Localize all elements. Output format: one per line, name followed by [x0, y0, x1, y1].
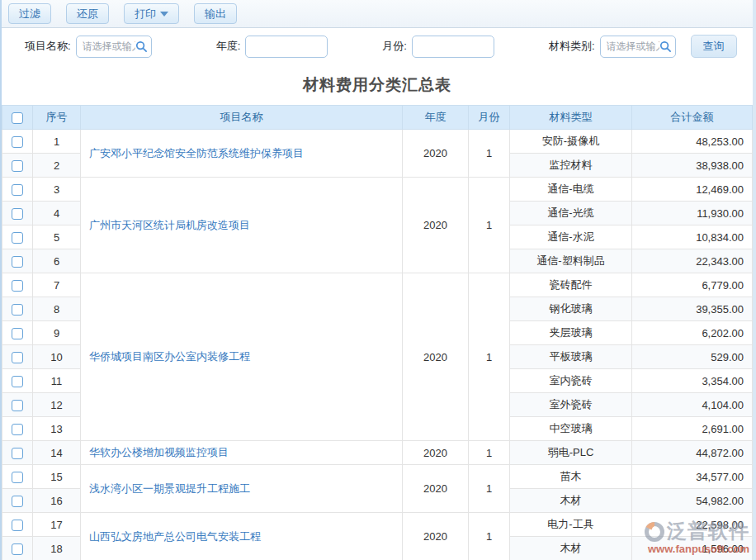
total-amount-cell: 22,598.00 — [632, 513, 753, 537]
row-number-cell: 11 — [33, 369, 81, 393]
row-checkbox-cell — [2, 369, 33, 393]
total-amount-cell: 6,202.00 — [632, 321, 753, 345]
material-type-cell: 通信-光缆 — [510, 202, 632, 225]
select-all-cell — [2, 106, 33, 130]
row-checkbox-cell — [2, 225, 33, 249]
total-amount-cell: 34,577.00 — [632, 465, 753, 489]
material-type-cell: 通信-塑料制品 — [510, 249, 632, 273]
row-number-cell: 17 — [33, 513, 81, 537]
row-checkbox[interactable] — [12, 136, 23, 148]
table-row: 15浅水湾小区一期景观提升工程施工20201苗木34,577.00 — [2, 465, 753, 489]
row-checkbox[interactable] — [12, 376, 23, 387]
row-checkbox-cell — [2, 297, 33, 321]
filter-button-label: 过滤 — [19, 7, 40, 21]
material-category-input[interactable] — [607, 40, 659, 52]
row-checkbox-cell — [2, 202, 33, 225]
app-window: 过滤 还原 打印 输出 项目名称: 年度: 月份: 材料类别: 查询 — [0, 0, 756, 560]
total-amount-cell: 38,938.00 — [632, 154, 753, 178]
caret-down-icon — [160, 12, 168, 17]
material-type-cell: 钢化玻璃 — [510, 297, 632, 321]
total-amount-cell: 22,343.00 — [632, 249, 753, 273]
material-type-cell: 弱电-PLC — [510, 441, 632, 465]
table-row: 14华软办公楼增加视频监控项目20201弱电-PLC44,872.00 — [2, 441, 753, 465]
project-name-link[interactable]: 广安邓小平纪念馆安全防范系统维护保养项目 — [81, 130, 403, 178]
project-name-link[interactable]: 华软办公楼增加视频监控项目 — [81, 441, 403, 465]
row-checkbox[interactable] — [12, 208, 23, 220]
material-type-cell: 瓷砖配件 — [510, 273, 632, 297]
row-checkbox[interactable] — [12, 496, 23, 507]
row-checkbox[interactable] — [12, 448, 23, 459]
column-header-4: 材料类型 — [510, 106, 632, 130]
row-checkbox[interactable] — [12, 232, 23, 244]
material-type-cell: 室外瓷砖 — [510, 393, 632, 417]
table-head: 序号项目名称年度月份材料类型合计金额 — [2, 106, 753, 130]
row-checkbox[interactable] — [12, 543, 23, 555]
export-button-label: 输出 — [205, 7, 226, 21]
row-checkbox-cell — [2, 273, 33, 297]
project-name-link[interactable]: 广州市天河区统计局机房改造项目 — [81, 178, 403, 273]
month-input[interactable] — [412, 36, 494, 58]
project-name-link[interactable]: 浅水湾小区一期景观提升工程施工 — [81, 465, 403, 513]
month-label: 月份: — [382, 39, 407, 54]
export-button[interactable]: 输出 — [194, 3, 237, 24]
project-name-link[interactable]: 华侨城项目南区办公室内装修工程 — [81, 273, 403, 441]
row-number-cell: 7 — [33, 273, 81, 297]
row-checkbox[interactable] — [12, 520, 23, 531]
filter-bar: 项目名称: 年度: 月份: 材料类别: 查询 — [2, 28, 753, 64]
filter-button[interactable]: 过滤 — [8, 3, 51, 24]
total-amount-cell: 1,596.00 — [632, 537, 753, 560]
page-title: 材料费用分类汇总表 — [2, 64, 753, 105]
row-number-cell: 8 — [33, 297, 81, 321]
row-checkbox[interactable] — [12, 256, 23, 268]
year-label: 年度: — [216, 39, 241, 54]
row-checkbox-cell — [2, 130, 33, 154]
row-checkbox[interactable] — [12, 472, 23, 483]
row-number-cell: 10 — [33, 345, 81, 369]
row-checkbox-cell — [2, 537, 33, 560]
year-cell: 2020 — [403, 465, 469, 513]
row-checkbox-cell — [2, 465, 33, 489]
project-name-label: 项目名称: — [25, 39, 71, 54]
project-name-link[interactable]: 山西弘文房地产总公司电气安装工程 — [81, 513, 403, 560]
row-checkbox[interactable] — [12, 304, 23, 316]
year-cell: 2020 — [403, 273, 469, 441]
restore-button[interactable]: 还原 — [66, 3, 109, 24]
column-header-3: 月份 — [469, 106, 510, 130]
row-checkbox[interactable] — [12, 400, 23, 411]
row-checkbox-cell — [2, 249, 33, 273]
material-type-cell: 木材 — [510, 489, 632, 513]
column-header-5: 合计金额 — [632, 106, 753, 130]
query-button[interactable]: 查询 — [691, 35, 737, 58]
row-number-cell: 18 — [33, 537, 81, 560]
row-checkbox[interactable] — [12, 424, 23, 435]
total-amount-cell: 54,982.00 — [632, 489, 753, 513]
year-input[interactable] — [245, 36, 328, 58]
project-name-input[interactable] — [83, 40, 135, 52]
row-number-cell: 14 — [33, 441, 81, 465]
toolbar: 过滤 还原 打印 输出 — [2, 0, 753, 28]
row-checkbox[interactable] — [12, 160, 23, 172]
month-cell: 1 — [469, 178, 510, 273]
material-category-search-box[interactable] — [600, 36, 676, 58]
print-button[interactable]: 打印 — [124, 3, 179, 24]
row-checkbox[interactable] — [12, 280, 23, 292]
search-icon[interactable] — [135, 40, 148, 53]
material-type-cell: 平板玻璃 — [510, 345, 632, 369]
search-icon[interactable] — [659, 40, 672, 53]
month-cell: 1 — [469, 513, 510, 560]
row-checkbox[interactable] — [12, 328, 23, 339]
year-cell: 2020 — [403, 441, 469, 465]
row-checkbox[interactable] — [12, 184, 23, 196]
month-cell: 1 — [469, 130, 510, 178]
month-cell: 1 — [469, 465, 510, 513]
total-amount-cell: 48,253.00 — [632, 130, 753, 154]
material-type-cell: 电力-工具 — [510, 513, 632, 537]
project-name-search-box[interactable] — [76, 36, 152, 58]
material-type-cell: 通信-水泥 — [510, 225, 632, 249]
select-all-checkbox[interactable] — [12, 112, 23, 124]
row-checkbox[interactable] — [12, 352, 23, 363]
material-summary-table: 序号项目名称年度月份材料类型合计金额 1广安邓小平纪念馆安全防范系统维护保养项目… — [2, 105, 753, 560]
row-checkbox-cell — [2, 345, 33, 369]
row-number-cell: 13 — [33, 417, 81, 441]
total-amount-cell: 39,355.00 — [632, 297, 753, 321]
